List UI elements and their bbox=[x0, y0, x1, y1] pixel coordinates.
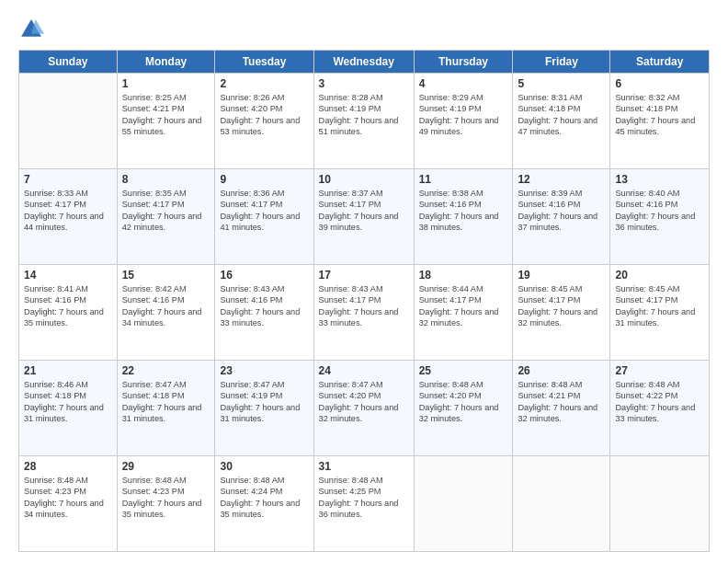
header-day: Saturday bbox=[610, 51, 710, 74]
calendar-day: 1Sunrise: 8:25 AMSunset: 4:21 PMDaylight… bbox=[117, 74, 215, 169]
calendar-week: 28Sunrise: 8:48 AMSunset: 4:23 PMDayligh… bbox=[19, 456, 710, 552]
calendar-week: 21Sunrise: 8:46 AMSunset: 4:18 PMDayligh… bbox=[19, 361, 710, 456]
day-info: Sunrise: 8:38 AMSunset: 4:16 PMDaylight:… bbox=[419, 188, 508, 234]
day-info: Sunrise: 8:31 AMSunset: 4:18 PMDaylight:… bbox=[518, 92, 605, 138]
calendar-day: 21Sunrise: 8:46 AMSunset: 4:18 PMDayligh… bbox=[19, 361, 118, 456]
day-info: Sunrise: 8:32 AMSunset: 4:18 PMDaylight:… bbox=[615, 92, 704, 138]
calendar-day: 28Sunrise: 8:48 AMSunset: 4:23 PMDayligh… bbox=[19, 456, 118, 552]
calendar-day bbox=[414, 456, 513, 552]
day-number: 9 bbox=[220, 173, 308, 186]
calendar-day: 31Sunrise: 8:48 AMSunset: 4:25 PMDayligh… bbox=[313, 456, 414, 552]
calendar-day: 25Sunrise: 8:48 AMSunset: 4:20 PMDayligh… bbox=[414, 361, 513, 456]
day-info: Sunrise: 8:39 AMSunset: 4:16 PMDaylight:… bbox=[518, 188, 605, 234]
day-number: 15 bbox=[122, 269, 210, 282]
day-info: Sunrise: 8:47 AMSunset: 4:18 PMDaylight:… bbox=[122, 379, 210, 425]
day-info: Sunrise: 8:26 AMSunset: 4:20 PMDaylight:… bbox=[220, 92, 308, 138]
calendar-day: 6Sunrise: 8:32 AMSunset: 4:18 PMDaylight… bbox=[610, 74, 710, 169]
header-day: Tuesday bbox=[215, 51, 313, 74]
day-info: Sunrise: 8:35 AMSunset: 4:17 PMDaylight:… bbox=[122, 188, 210, 234]
day-number: 28 bbox=[24, 460, 112, 473]
day-number: 26 bbox=[518, 364, 605, 377]
calendar-day: 12Sunrise: 8:39 AMSunset: 4:16 PMDayligh… bbox=[513, 169, 610, 265]
day-info: Sunrise: 8:47 AMSunset: 4:19 PMDaylight:… bbox=[220, 379, 308, 425]
day-number: 24 bbox=[319, 364, 409, 377]
day-info: Sunrise: 8:44 AMSunset: 4:17 PMDaylight:… bbox=[419, 283, 508, 329]
calendar-day: 9Sunrise: 8:36 AMSunset: 4:17 PMDaylight… bbox=[215, 169, 313, 265]
header-day: Monday bbox=[117, 51, 215, 74]
day-number: 29 bbox=[122, 460, 210, 473]
day-info: Sunrise: 8:41 AMSunset: 4:16 PMDaylight:… bbox=[24, 283, 112, 329]
day-number: 10 bbox=[319, 173, 409, 186]
calendar-day: 5Sunrise: 8:31 AMSunset: 4:18 PMDaylight… bbox=[513, 74, 610, 169]
day-number: 19 bbox=[518, 269, 605, 282]
calendar-day: 23Sunrise: 8:47 AMSunset: 4:19 PMDayligh… bbox=[215, 361, 313, 456]
day-number: 16 bbox=[220, 269, 308, 282]
calendar-day: 11Sunrise: 8:38 AMSunset: 4:16 PMDayligh… bbox=[414, 169, 513, 265]
day-number: 18 bbox=[419, 269, 508, 282]
day-number: 13 bbox=[615, 173, 704, 186]
calendar-week: 7Sunrise: 8:33 AMSunset: 4:17 PMDaylight… bbox=[19, 169, 710, 265]
header-day: Thursday bbox=[414, 51, 513, 74]
day-number: 31 bbox=[319, 460, 409, 473]
day-info: Sunrise: 8:33 AMSunset: 4:17 PMDaylight:… bbox=[24, 188, 112, 234]
day-number: 25 bbox=[419, 364, 508, 377]
day-number: 14 bbox=[24, 269, 112, 282]
day-number: 1 bbox=[122, 77, 210, 90]
calendar-day bbox=[19, 74, 118, 169]
header bbox=[18, 17, 710, 42]
day-info: Sunrise: 8:40 AMSunset: 4:16 PMDaylight:… bbox=[615, 188, 704, 234]
day-number: 4 bbox=[419, 77, 508, 90]
day-info: Sunrise: 8:48 AMSunset: 4:23 PMDaylight:… bbox=[24, 475, 112, 521]
day-number: 21 bbox=[24, 364, 112, 377]
day-info: Sunrise: 8:29 AMSunset: 4:19 PMDaylight:… bbox=[419, 92, 508, 138]
page: SundayMondayTuesdayWednesdayThursdayFrid… bbox=[0, 0, 728, 563]
calendar-day: 19Sunrise: 8:45 AMSunset: 4:17 PMDayligh… bbox=[513, 265, 610, 361]
day-info: Sunrise: 8:46 AMSunset: 4:18 PMDaylight:… bbox=[24, 379, 112, 425]
calendar-week: 14Sunrise: 8:41 AMSunset: 4:16 PMDayligh… bbox=[19, 265, 710, 361]
calendar-day: 15Sunrise: 8:42 AMSunset: 4:16 PMDayligh… bbox=[117, 265, 215, 361]
header-day: Friday bbox=[513, 51, 610, 74]
calendar-day: 24Sunrise: 8:47 AMSunset: 4:20 PMDayligh… bbox=[313, 361, 414, 456]
calendar-day: 2Sunrise: 8:26 AMSunset: 4:20 PMDaylight… bbox=[215, 74, 313, 169]
day-number: 2 bbox=[220, 77, 308, 90]
day-info: Sunrise: 8:36 AMSunset: 4:17 PMDaylight:… bbox=[220, 188, 308, 234]
day-number: 20 bbox=[615, 269, 704, 282]
calendar-table: SundayMondayTuesdayWednesdayThursdayFrid… bbox=[18, 50, 710, 552]
day-number: 12 bbox=[518, 173, 605, 186]
calendar-day: 17Sunrise: 8:43 AMSunset: 4:17 PMDayligh… bbox=[313, 265, 414, 361]
day-info: Sunrise: 8:48 AMSunset: 4:21 PMDaylight:… bbox=[518, 379, 605, 425]
day-info: Sunrise: 8:48 AMSunset: 4:23 PMDaylight:… bbox=[122, 475, 210, 521]
calendar-day: 18Sunrise: 8:44 AMSunset: 4:17 PMDayligh… bbox=[414, 265, 513, 361]
calendar-day: 13Sunrise: 8:40 AMSunset: 4:16 PMDayligh… bbox=[610, 169, 710, 265]
day-number: 7 bbox=[24, 173, 112, 186]
calendar-day: 26Sunrise: 8:48 AMSunset: 4:21 PMDayligh… bbox=[513, 361, 610, 456]
calendar-day bbox=[610, 456, 710, 552]
calendar-header: SundayMondayTuesdayWednesdayThursdayFrid… bbox=[19, 51, 710, 74]
calendar-day bbox=[513, 456, 610, 552]
day-info: Sunrise: 8:45 AMSunset: 4:17 PMDaylight:… bbox=[615, 283, 704, 329]
day-info: Sunrise: 8:48 AMSunset: 4:24 PMDaylight:… bbox=[220, 475, 308, 521]
day-number: 11 bbox=[419, 173, 508, 186]
calendar-day: 20Sunrise: 8:45 AMSunset: 4:17 PMDayligh… bbox=[610, 265, 710, 361]
day-number: 27 bbox=[615, 364, 704, 377]
calendar-day: 16Sunrise: 8:43 AMSunset: 4:16 PMDayligh… bbox=[215, 265, 313, 361]
day-info: Sunrise: 8:42 AMSunset: 4:16 PMDaylight:… bbox=[122, 283, 210, 329]
calendar-week: 1Sunrise: 8:25 AMSunset: 4:21 PMDaylight… bbox=[19, 74, 710, 169]
calendar-day: 29Sunrise: 8:48 AMSunset: 4:23 PMDayligh… bbox=[117, 456, 215, 552]
header-day: Sunday bbox=[19, 51, 118, 74]
day-info: Sunrise: 8:45 AMSunset: 4:17 PMDaylight:… bbox=[518, 283, 605, 329]
calendar-day: 27Sunrise: 8:48 AMSunset: 4:22 PMDayligh… bbox=[610, 361, 710, 456]
calendar: SundayMondayTuesdayWednesdayThursdayFrid… bbox=[18, 50, 710, 552]
day-number: 8 bbox=[122, 173, 210, 186]
logo bbox=[18, 17, 48, 42]
calendar-day: 8Sunrise: 8:35 AMSunset: 4:17 PMDaylight… bbox=[117, 169, 215, 265]
header-day: Wednesday bbox=[313, 51, 414, 74]
day-number: 22 bbox=[122, 364, 210, 377]
day-info: Sunrise: 8:48 AMSunset: 4:20 PMDaylight:… bbox=[419, 379, 508, 425]
day-info: Sunrise: 8:28 AMSunset: 4:19 PMDaylight:… bbox=[319, 92, 409, 138]
day-info: Sunrise: 8:43 AMSunset: 4:17 PMDaylight:… bbox=[319, 283, 409, 329]
day-info: Sunrise: 8:43 AMSunset: 4:16 PMDaylight:… bbox=[220, 283, 308, 329]
day-number: 30 bbox=[220, 460, 308, 473]
calendar-day: 7Sunrise: 8:33 AMSunset: 4:17 PMDaylight… bbox=[19, 169, 118, 265]
header-row: SundayMondayTuesdayWednesdayThursdayFrid… bbox=[19, 51, 710, 74]
